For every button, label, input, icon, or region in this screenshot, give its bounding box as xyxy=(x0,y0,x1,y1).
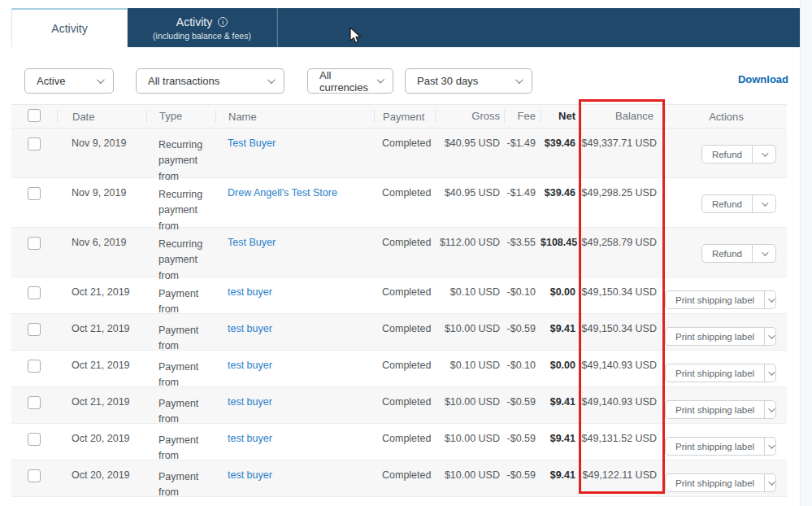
row-checkbox[interactable] xyxy=(28,433,41,446)
actions-cell: Print shipping label xyxy=(665,351,787,386)
payment-status: Completed xyxy=(374,314,435,350)
dropdown-value: All transactions xyxy=(148,75,219,87)
gross-amount: $112.00 USD xyxy=(435,228,504,277)
transaction-type: Payment from xyxy=(146,424,215,460)
transaction-type: Payment from xyxy=(146,277,215,313)
transaction-name-link[interactable]: test buyer xyxy=(228,433,272,444)
transaction-row: Oct 20, 2019 Payment from test buyer Com… xyxy=(11,424,787,460)
row-checkbox-cell xyxy=(11,129,57,177)
chevron-down-icon[interactable] xyxy=(752,195,775,212)
balance-amount: $49,150.34 USD xyxy=(579,277,665,313)
row-checkbox[interactable] xyxy=(28,360,41,373)
action-button[interactable]: Print shipping label xyxy=(665,437,776,456)
transaction-name-link[interactable]: Drew Angell's Test Store xyxy=(228,187,337,198)
row-checkbox[interactable] xyxy=(28,137,41,150)
action-button-label[interactable]: Print shipping label xyxy=(666,328,764,345)
transaction-type: Payment from xyxy=(146,387,215,423)
chevron-down-icon[interactable] xyxy=(764,438,775,455)
action-button-label[interactable]: Print shipping label xyxy=(666,474,764,491)
balance-amount: $49,150.34 USD xyxy=(579,314,665,350)
balance-amount: $49,258.79 USD xyxy=(579,228,665,277)
row-checkbox[interactable] xyxy=(28,469,41,482)
transaction-date: Oct 21, 2019 xyxy=(57,314,146,350)
header-actions: Actions xyxy=(665,110,787,123)
transaction-name-link[interactable]: Test Buyer xyxy=(228,137,276,149)
transaction-type-filter-dropdown[interactable]: All transactions xyxy=(136,68,284,94)
row-checkbox-cell xyxy=(11,178,57,227)
action-button[interactable]: Refund xyxy=(701,194,776,213)
transaction-name-cell: Drew Angell's Test Store xyxy=(215,178,374,227)
status-filter-dropdown[interactable]: Active xyxy=(24,68,114,94)
date-range-filter-dropdown[interactable]: Past 30 days xyxy=(405,68,532,94)
chevron-down-icon[interactable] xyxy=(764,401,775,418)
action-button[interactable]: Refund xyxy=(701,244,776,263)
transaction-row: Oct 21, 2019 Payment from test buyer Com… xyxy=(11,351,787,387)
chevron-down-icon xyxy=(267,76,276,84)
header-gross: Gross xyxy=(435,110,504,123)
action-button[interactable]: Refund xyxy=(701,145,776,164)
action-button[interactable]: Print shipping label xyxy=(665,473,776,492)
currency-filter-dropdown[interactable]: All currencies xyxy=(307,68,393,94)
tab-activity[interactable]: Activity xyxy=(11,8,128,47)
action-button[interactable]: Print shipping label xyxy=(665,400,776,419)
action-button[interactable]: Print shipping label xyxy=(665,290,776,309)
header-checkbox-cell xyxy=(11,109,57,124)
transaction-name-link[interactable]: Test Buyer xyxy=(228,237,276,248)
transaction-name-link[interactable]: test buyer xyxy=(228,323,272,334)
actions-cell: Refund xyxy=(665,228,787,277)
transaction-name-link[interactable]: test buyer xyxy=(228,360,272,371)
gross-amount: $0.10 USD xyxy=(435,351,504,386)
net-amount: $0.00 xyxy=(541,277,579,313)
action-button[interactable]: Print shipping label xyxy=(665,327,776,346)
chevron-down-icon[interactable] xyxy=(764,364,775,382)
transaction-name-cell: test buyer xyxy=(215,314,374,350)
select-all-checkbox[interactable] xyxy=(28,109,41,122)
chevron-down-icon xyxy=(515,76,523,84)
row-checkbox[interactable] xyxy=(28,286,41,299)
row-checkbox[interactable] xyxy=(28,323,41,336)
transaction-name-link[interactable]: test buyer xyxy=(228,286,272,298)
fee-amount: -$0.10 xyxy=(504,277,541,313)
header-payment: Payment xyxy=(374,110,435,123)
transaction-date: Nov 6, 2019 xyxy=(57,228,146,277)
row-checkbox[interactable] xyxy=(28,237,41,250)
chevron-down-icon[interactable] xyxy=(764,474,775,491)
action-button-label[interactable]: Print shipping label xyxy=(666,364,764,382)
action-button-label[interactable]: Refund xyxy=(702,245,752,262)
chevron-down-icon[interactable] xyxy=(752,245,775,262)
action-button-label[interactable]: Print shipping label xyxy=(666,401,764,418)
action-button-label[interactable]: Refund xyxy=(702,146,752,163)
chevron-down-icon[interactable] xyxy=(764,328,775,345)
chevron-down-icon[interactable] xyxy=(764,291,775,308)
balance-amount: $49,140.93 USD xyxy=(579,351,665,386)
action-button[interactable]: Print shipping label xyxy=(665,364,776,382)
header-type: Type xyxy=(146,110,215,123)
transaction-row: Oct 20, 2019 Payment from test buyer Com… xyxy=(11,460,787,497)
balance-amount: $49,298.25 USD xyxy=(579,178,665,227)
gross-amount: $0.10 USD xyxy=(435,277,504,313)
actions-cell: Print shipping label xyxy=(665,424,787,460)
transaction-name-link[interactable]: test buyer xyxy=(228,469,272,481)
transaction-row: Nov 9, 2019 Recurring payment from Drew … xyxy=(11,178,787,228)
chevron-down-icon[interactable] xyxy=(752,146,775,163)
net-amount: $9.41 xyxy=(541,387,579,423)
payment-status: Completed xyxy=(374,424,435,460)
page-gutter xyxy=(800,0,812,506)
action-button-label[interactable]: Refund xyxy=(702,195,752,212)
fee-amount: -$0.59 xyxy=(504,460,541,496)
download-link[interactable]: Download xyxy=(738,73,788,85)
tab-bar-filler xyxy=(277,8,800,47)
action-button-label[interactable]: Print shipping label xyxy=(666,291,764,308)
tab-activity-including-balance-fees[interactable]: Activity i (including balance & fees) xyxy=(128,8,277,47)
transaction-name-link[interactable]: test buyer xyxy=(228,396,272,408)
row-checkbox[interactable] xyxy=(28,396,41,409)
action-button-label[interactable]: Print shipping label xyxy=(666,438,764,455)
transaction-name-cell: test buyer xyxy=(215,387,374,423)
tab-activity2-sublabel: (including balance & fees) xyxy=(153,31,251,41)
payment-status: Completed xyxy=(374,387,435,423)
actions-cell: Print shipping label xyxy=(665,460,787,496)
row-checkbox[interactable] xyxy=(28,187,41,200)
row-checkbox-cell xyxy=(11,460,57,496)
fee-amount: -$0.59 xyxy=(504,387,541,423)
net-amount: $9.41 xyxy=(541,460,579,496)
